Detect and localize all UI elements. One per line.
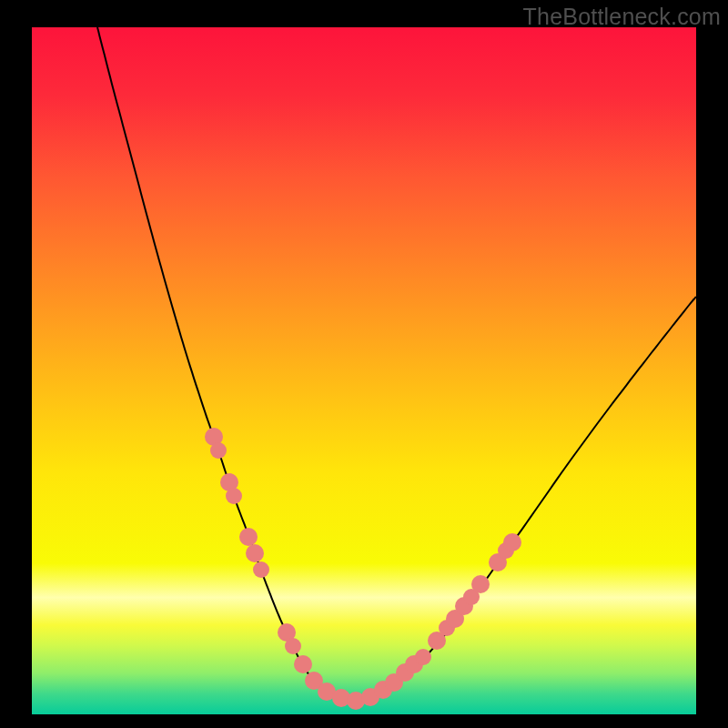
curve-marker	[285, 638, 301, 654]
curve-marker	[226, 488, 242, 504]
chart-svg	[32, 27, 696, 714]
chart-plot-area	[32, 27, 696, 714]
curve-marker	[294, 655, 312, 673]
curve-marker	[415, 649, 431, 665]
curve-marker	[210, 442, 227, 459]
curve-marker	[239, 528, 258, 546]
curve-marker	[503, 533, 521, 551]
watermark-text: TheBottleneck.com	[523, 4, 721, 30]
curve-marker	[253, 561, 269, 578]
chart-frame: TheBottleneck.com	[0, 0, 728, 728]
curve-marker	[471, 575, 490, 593]
curve-marker	[246, 544, 264, 562]
gradient-rect	[32, 27, 696, 714]
